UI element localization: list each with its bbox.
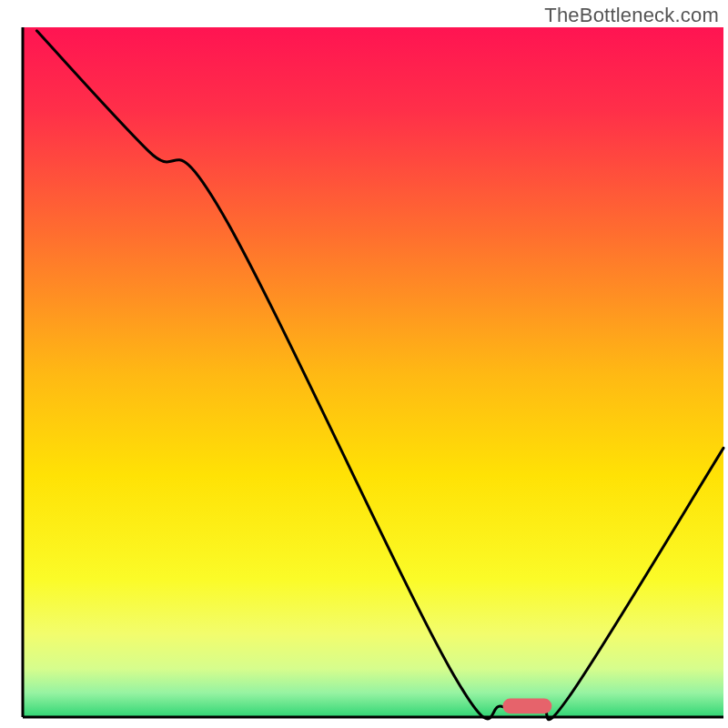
watermark-text: TheBottleneck.com — [544, 4, 719, 27]
optimal-marker — [502, 699, 551, 714]
bottleneck-chart — [0, 0, 728, 728]
chart-container: TheBottleneck.com — [0, 0, 728, 728]
